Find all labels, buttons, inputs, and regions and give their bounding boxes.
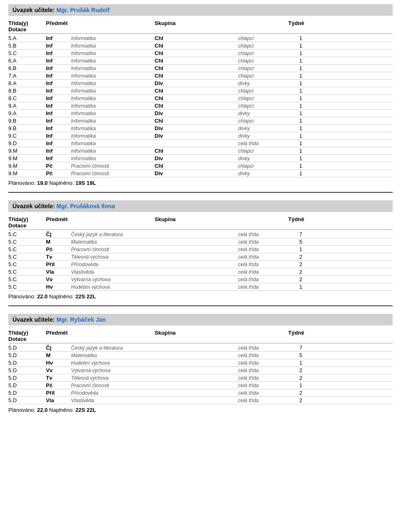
cell-tydne: 1 xyxy=(288,110,313,116)
skupina-abbr: Chl xyxy=(155,148,163,154)
cell-tydne: 1 xyxy=(288,65,313,71)
table-header: Třída(y)PředmětSkupinaTýdněDotace xyxy=(8,19,393,34)
cell-tydne: 1 xyxy=(288,284,313,290)
cell-trida: 5.C xyxy=(8,231,46,237)
cell-skupina-detail: chlapci xyxy=(238,163,288,169)
cell-subject: Matematika xyxy=(71,239,155,245)
cell-abbr: Pč xyxy=(46,246,71,252)
cell-subject: Informatika xyxy=(71,133,155,139)
skupina-abbr: Chl xyxy=(155,58,163,64)
cell-trida: 5.D xyxy=(8,375,46,381)
table-row: 5.CPčPracovní činnosticelá třída1 xyxy=(8,246,393,253)
cell-skupina-detail: celá třída xyxy=(238,383,288,388)
cell-subject: Výtvarná výchova xyxy=(71,277,155,282)
cell-abbr: Inf xyxy=(46,80,71,86)
cell-skupina-detail: dívky xyxy=(238,171,288,176)
skupina-abbr: Chl xyxy=(155,118,163,124)
cell-tydne: 1 xyxy=(288,103,313,109)
cell-trida: 5.C xyxy=(8,246,46,252)
table-row: 8.AInfInformatikaDívdívky1 xyxy=(8,80,393,87)
cell-subject: Informatika xyxy=(71,35,155,41)
cell-trida: 5.C xyxy=(8,239,46,245)
cell-trida: 5.C xyxy=(8,50,46,56)
table-row: 5.BInfInformatikaChlchlapci1 xyxy=(8,42,393,50)
section-header: Úvazek učitele: Mgr. Prušáková Ilona xyxy=(8,200,393,212)
section-footer: Plánováno: 22.0 Naplněno: 22S 22L xyxy=(8,407,393,413)
cell-subject: Informatika xyxy=(71,103,155,109)
section-prusak: Úvazek učitele: Mgr. Prušák RudolfTřída(… xyxy=(8,4,393,193)
col-header-tydne: Týdně xyxy=(288,216,313,222)
cell-abbr: Vla xyxy=(46,269,71,275)
cell-subject: Informatika xyxy=(71,118,155,124)
col-header-tydne: Týdně xyxy=(288,20,313,26)
cell-abbr: Vv xyxy=(46,276,71,282)
table-row: 9.BInfInformatikaDívdívky1 xyxy=(8,125,393,132)
cell-trida: 5.D xyxy=(8,397,46,403)
table-row: 6.BInfInformatikaChlchlapci1 xyxy=(8,65,393,72)
table-row: 8.BInfInformatikaChlchlapci1 xyxy=(8,87,393,95)
section-rybacek: Úvazek učitele: Mgr. Rybáček JanTřída(y)… xyxy=(8,314,393,413)
header-label: Úvazek učitele: xyxy=(13,7,55,13)
cell-skupina-abbr: Dív xyxy=(155,170,238,176)
cell-trida: 9.A xyxy=(8,110,46,116)
table-row: 5.CMMatematikacelá třída5 xyxy=(8,238,393,246)
cell-subject: Výtvarná výchova xyxy=(71,368,155,373)
cell-tydne: 1 xyxy=(288,148,313,154)
skupina-abbr: Dív xyxy=(155,133,163,139)
section-footer: Plánováno: 22.0 Naplněno: 22S 22L xyxy=(8,293,393,300)
cell-subject: Tělesná výchova xyxy=(71,254,155,260)
table-row: 5.DPčPracovní činnosticelá třída1 xyxy=(8,382,393,389)
cell-tydne: 1 xyxy=(288,163,313,169)
table-row: 5.DMMatematikacelá třída5 xyxy=(8,352,393,359)
cell-subject: Pracovní činnosti xyxy=(71,247,155,252)
cell-subject: Informatika xyxy=(71,96,155,101)
cell-skupina-abbr: Chl xyxy=(155,163,238,169)
cell-subject: Pracovní činnosti xyxy=(71,383,155,388)
cell-abbr: Inf xyxy=(46,65,71,71)
cell-subject: Český jazyk a literatura xyxy=(71,232,155,237)
cell-tydne: 2 xyxy=(288,390,313,396)
cell-subject: Přírodověda xyxy=(71,262,155,267)
cell-tydne: 7 xyxy=(288,345,313,351)
cell-abbr: Vv xyxy=(46,367,71,373)
cell-subject: Pracovní činnosti xyxy=(71,163,155,169)
cell-skupina-detail: celá třída xyxy=(238,141,288,146)
cell-trida: 9.M xyxy=(8,155,46,161)
section-prusakova: Úvazek učitele: Mgr. Prušáková IlonaTříd… xyxy=(8,200,393,306)
table-row: 5.CČjČeský jazyk a literaturacelá třída7 xyxy=(8,231,393,238)
cell-tydne: 1 xyxy=(288,382,313,388)
cell-skupina-detail: celá třída xyxy=(238,390,288,396)
cell-skupina-abbr: Chl xyxy=(155,88,238,94)
cell-tydne: 1 xyxy=(288,133,313,139)
cell-tydne: 1 xyxy=(288,246,313,252)
cell-subject: Informatika xyxy=(71,148,155,154)
cell-skupina-detail: chlapci xyxy=(238,148,288,154)
cell-subject: Vlastivěda xyxy=(71,269,155,275)
cell-skupina-detail: chlapci xyxy=(238,66,288,71)
cell-skupina-detail: celá třída xyxy=(238,254,288,260)
cell-trida: 5.C xyxy=(8,261,46,267)
cell-skupina-detail: celá třída xyxy=(238,345,288,351)
cell-trida: 5.D xyxy=(8,390,46,396)
table-row: 5.DHvHudební výchovacelá třída1 xyxy=(8,359,393,367)
skupina-abbr: Chl xyxy=(155,35,163,41)
col-header-predmet: Předmět xyxy=(46,216,155,222)
header-label: Úvazek učitele: xyxy=(13,203,55,209)
cell-skupina-abbr: Dív xyxy=(155,110,238,116)
cell-skupina-detail: chlapci xyxy=(238,96,288,101)
cell-trida: 6.B xyxy=(8,65,46,71)
cell-skupina-detail: dívky xyxy=(238,156,288,161)
cell-skupina-detail: celá třída xyxy=(238,353,288,358)
cell-trida: 9.M xyxy=(8,170,46,176)
col-header-skupina: Skupina xyxy=(155,330,288,336)
cell-skupina-detail: chlapci xyxy=(238,103,288,109)
table-row: 9.MInfInformatikaDívdívky1 xyxy=(8,155,393,162)
cell-skupina-detail: celá třída xyxy=(238,360,288,366)
cell-skupina-detail: celá třída xyxy=(238,277,288,282)
table-row: 5.CVvVýtvarná výchovacelá třída2 xyxy=(8,276,393,283)
table-row: 5.CHvHudební výchovacelá třída1 xyxy=(8,283,393,291)
cell-trida: 5.B xyxy=(8,43,46,49)
cell-abbr: Inf xyxy=(46,73,71,79)
cell-subject: Informatika xyxy=(71,141,155,146)
cell-subject: Pracovní činnosti xyxy=(71,171,155,176)
